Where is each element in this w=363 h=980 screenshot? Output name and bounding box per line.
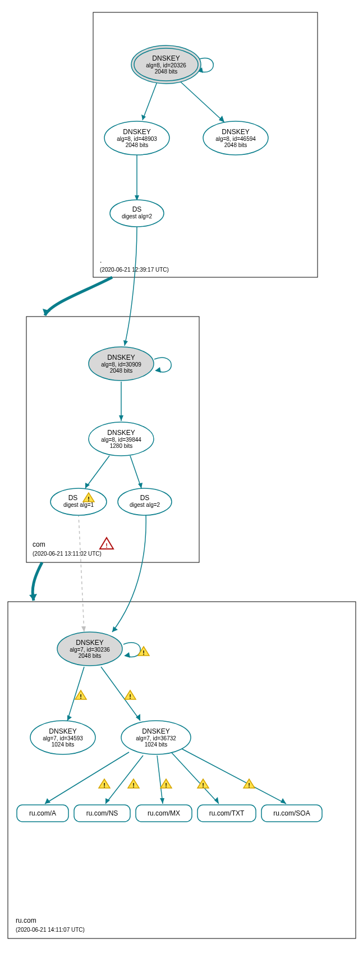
zone-root-timestamp: (2020-06-21 12:39:17 UTC) xyxy=(100,267,169,273)
svg-text:!: ! xyxy=(129,693,131,700)
svg-text:digest alg=2: digest alg=2 xyxy=(122,213,153,219)
svg-text:!: ! xyxy=(143,649,145,656)
warning-icon: ! xyxy=(125,690,136,700)
zone-com-label: com xyxy=(33,541,45,548)
svg-text:!: ! xyxy=(248,782,250,789)
warning-icon: ! xyxy=(99,779,110,789)
svg-text:!: ! xyxy=(165,782,167,789)
svg-text:!: ! xyxy=(132,782,135,789)
edge-com-ds2-ru-ksk xyxy=(112,514,146,632)
svg-text:2048 bits: 2048 bits xyxy=(224,142,247,148)
node-rr-txt: ru.com/TXT xyxy=(197,805,256,822)
edge-com-ds1-ru-ksk xyxy=(79,514,84,632)
svg-text:DNSKEY: DNSKEY xyxy=(222,128,249,136)
svg-marker-7 xyxy=(119,415,123,421)
node-ru-zsk2: DNSKEY alg=7, id=36732 1024 bits xyxy=(121,721,191,754)
node-com-zsk: DNSKEY alg=8, id=39844 1280 bits xyxy=(89,422,154,456)
node-root-ds: DS digest alg=2 xyxy=(110,200,164,227)
svg-text:digest alg=1: digest alg=1 xyxy=(63,502,94,508)
node-root-zsk2: DNSKEY alg=8, id=46594 2048 bits xyxy=(203,121,268,155)
svg-text:DNSKEY: DNSKEY xyxy=(123,128,150,136)
node-rr-ns: ru.com/NS xyxy=(74,805,130,822)
svg-text:ru.com/SOA: ru.com/SOA xyxy=(273,809,310,817)
edge-ru-zsk2-mx xyxy=(157,755,163,804)
edge-root-to-com-zone xyxy=(45,277,112,315)
svg-text:DNSKEY: DNSKEY xyxy=(76,639,103,647)
node-root-zsk1: DNSKEY alg=8, id=48903 2048 bits xyxy=(104,121,169,155)
node-rr-mx: ru.com/MX xyxy=(136,805,192,822)
svg-text:!: ! xyxy=(105,542,108,549)
edge-ru-zsk2-txt xyxy=(171,752,219,804)
svg-text:DNSKEY: DNSKEY xyxy=(152,54,180,62)
warning-icon: ! xyxy=(243,779,255,789)
svg-text:alg=8, id=30909: alg=8, id=30909 xyxy=(101,361,141,368)
edge-root-ksk-zsk1 xyxy=(143,82,157,120)
node-root-ksk: DNSKEY alg=8, id=20326 2048 bits xyxy=(131,45,201,84)
dnssec-diagram: . (2020-06-21 12:39:17 UTC) com (2020-06… xyxy=(0,0,363,980)
svg-marker-6 xyxy=(155,367,161,373)
warning-icon: ! xyxy=(75,690,86,700)
svg-text:DNSKEY: DNSKEY xyxy=(107,354,135,361)
svg-text:alg=8, id=39844: alg=8, id=39844 xyxy=(101,437,141,443)
edge-ru-ksk-zsk2 xyxy=(101,667,140,721)
svg-text:DS: DS xyxy=(132,205,142,213)
warning-icon: ! xyxy=(138,647,149,656)
svg-text:DS: DS xyxy=(140,494,150,502)
svg-text:DS: DS xyxy=(68,494,78,502)
svg-marker-18 xyxy=(160,798,164,804)
zone-root-label: . xyxy=(100,257,102,264)
svg-marker-19 xyxy=(214,797,219,804)
svg-text:DNSKEY: DNSKEY xyxy=(107,429,135,437)
svg-marker-4 xyxy=(123,340,128,346)
svg-text:2048 bits: 2048 bits xyxy=(155,68,178,75)
svg-marker-20 xyxy=(281,798,286,804)
svg-marker-1 xyxy=(141,115,146,120)
svg-text:ru.com/MX: ru.com/MX xyxy=(148,809,180,817)
svg-text:2048 bits: 2048 bits xyxy=(110,368,133,374)
svg-text:!: ! xyxy=(88,496,90,502)
svg-marker-9 xyxy=(138,483,143,488)
svg-text:alg=8, id=20326: alg=8, id=20326 xyxy=(146,62,186,68)
svg-text:DNSKEY: DNSKEY xyxy=(49,727,76,735)
edge-root-ksk-zsk2 xyxy=(181,82,224,122)
svg-text:!: ! xyxy=(202,782,204,789)
svg-text:!: ! xyxy=(80,693,82,700)
node-ru-ksk: DNSKEY alg=7, id=30236 2048 bits xyxy=(57,632,122,666)
svg-text:ru.com/NS: ru.com/NS xyxy=(86,809,118,817)
node-rr-soa: ru.com/SOA xyxy=(261,805,322,822)
svg-text:alg=8, id=46594: alg=8, id=46594 xyxy=(215,136,256,142)
svg-text:alg=7, id=30236: alg=7, id=30236 xyxy=(70,647,110,653)
node-ru-zsk1: DNSKEY alg=7, id=34593 1024 bits xyxy=(30,721,95,754)
svg-text:1280 bits: 1280 bits xyxy=(110,443,133,449)
svg-text:2048 bits: 2048 bits xyxy=(126,142,149,148)
svg-marker-10 xyxy=(81,626,86,632)
svg-text:2048 bits: 2048 bits xyxy=(79,653,102,659)
node-com-ds1: DS digest alg=1 ! xyxy=(50,488,107,515)
node-com-ksk: DNSKEY alg=8, id=30909 2048 bits xyxy=(89,347,154,381)
edge-ru-zsk2-a xyxy=(45,752,129,804)
svg-marker-2 xyxy=(219,116,224,122)
svg-text:DNSKEY: DNSKEY xyxy=(142,727,169,735)
zone-rucom-timestamp: (2020-06-21 14:11:07 UTC) xyxy=(16,927,85,933)
node-rr-a: ru.com/A xyxy=(17,805,68,822)
edge-ru-zsk2-soa xyxy=(180,748,286,804)
node-com-ds2: DS digest alg=2 xyxy=(118,488,172,515)
svg-text:digest alg=2: digest alg=2 xyxy=(130,502,160,508)
warning-icon: ! xyxy=(128,779,139,789)
svg-marker-13 xyxy=(125,652,130,658)
svg-text:alg=7, id=36732: alg=7, id=36732 xyxy=(136,735,176,741)
edge-root-ds-com-ksk xyxy=(125,227,137,346)
warning-icon: ! xyxy=(160,779,172,789)
zone-rucom-label: ru.com xyxy=(16,917,36,924)
svg-text:alg=7, id=34593: alg=7, id=34593 xyxy=(43,735,83,741)
svg-text:1024 bits: 1024 bits xyxy=(145,741,168,748)
svg-text:alg=8, id=48903: alg=8, id=48903 xyxy=(117,136,157,142)
warning-icon: ! xyxy=(197,779,209,789)
svg-text:!: ! xyxy=(103,782,105,789)
svg-text:ru.com/A: ru.com/A xyxy=(29,809,56,817)
edge-com-zsk-ds1 xyxy=(85,456,109,488)
svg-marker-14 xyxy=(67,715,72,721)
svg-marker-11 xyxy=(112,626,118,632)
zone-com-timestamp: (2020-06-21 13:11:02 UTC) xyxy=(33,551,102,557)
error-icon: ! xyxy=(100,538,113,549)
